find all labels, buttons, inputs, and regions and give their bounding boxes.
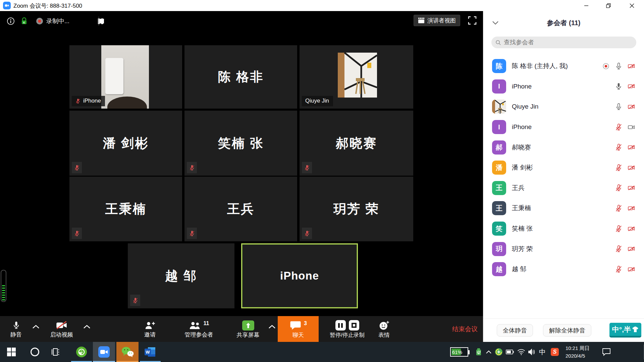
participant-row-yuezou[interactable]: 越 越 邹 <box>483 259 644 280</box>
ime-language-tray-indicator[interactable]: 中 <box>537 342 547 362</box>
zoom-camera-icon <box>3 2 11 9</box>
mic-off-icon[interactable] <box>615 184 623 192</box>
mic-off-icon[interactable] <box>615 225 623 233</box>
camera-off-icon[interactable] <box>628 143 635 151</box>
camera-off-icon[interactable] <box>628 245 635 253</box>
search-participants-box[interactable] <box>491 37 636 48</box>
camera-off-icon[interactable] <box>628 103 635 111</box>
pause-recording-icon[interactable] <box>335 320 346 330</box>
mute-all-button[interactable]: 全体静音 <box>497 324 533 337</box>
recording-indicator-icon <box>602 62 610 70</box>
chat-button[interactable]: 3 聊天 <box>278 316 319 342</box>
mic-off-icon[interactable] <box>615 143 623 151</box>
camera-off-icon[interactable] <box>628 265 635 273</box>
video-tile-iphone-2-active-speaker[interactable]: iPhone <box>241 243 358 308</box>
participant-row-wangbingnan[interactable]: 王 王秉楠 <box>483 198 644 219</box>
camera-off-icon[interactable] <box>628 225 635 233</box>
mute-options-chevron[interactable] <box>32 324 40 329</box>
meeting-info-button[interactable] <box>7 14 15 28</box>
participant-row-wangbing[interactable]: 王 王兵 <box>483 178 644 198</box>
avatar: 笑 <box>492 222 506 236</box>
stop-recording-icon[interactable] <box>349 320 359 330</box>
mic-off-icon <box>302 162 312 173</box>
participant-row-panjianbin[interactable]: 潘 潘 剑彬 <box>483 158 644 178</box>
tray-overflow-chevron[interactable] <box>484 342 494 362</box>
video-tile-xiaonanzhang[interactable]: 笑楠 张 <box>184 111 297 176</box>
video-options-chevron[interactable] <box>83 324 91 329</box>
camera-off-icon[interactable] <box>628 204 635 212</box>
search-participants-input[interactable] <box>504 39 632 46</box>
mic-off-icon[interactable] <box>615 204 623 212</box>
encryption-lock-icon: E <box>20 14 28 28</box>
cortana-button[interactable] <box>26 342 44 362</box>
taskbar-clock[interactable]: 10:21 周日 2020/4/5 <box>566 344 590 360</box>
video-tile-yuefangrong[interactable]: 玥芳 荣 <box>300 177 413 241</box>
mic-icon[interactable] <box>615 103 623 111</box>
usb-device-tray-icon[interactable] <box>474 342 484 362</box>
close-button[interactable] <box>623 0 641 11</box>
video-tile-wangbingnan[interactable]: 王秉楠 <box>69 177 182 241</box>
mic-off-icon[interactable] <box>615 265 623 273</box>
start-video-button[interactable]: 启动视频 <box>42 316 81 342</box>
mic-off-icon[interactable] <box>615 245 623 253</box>
mic-off-icon[interactable] <box>615 123 623 131</box>
video-tile-panjianbin[interactable]: 潘 剑彬 <box>69 111 182 176</box>
participant-row-iphone-2[interactable]: I iPhone <box>483 117 644 137</box>
minimize-button[interactable] <box>578 0 595 11</box>
search-icon <box>495 40 501 46</box>
mic-off-icon[interactable] <box>615 164 623 172</box>
mic-off-icon <box>187 162 197 173</box>
share-screen-button[interactable]: 共享屏幕 <box>229 316 267 342</box>
camera-on-icon[interactable] <box>628 123 635 131</box>
mic-icon[interactable] <box>615 62 623 70</box>
reactions-button[interactable]: 表情 <box>371 316 397 342</box>
restore-button[interactable] <box>600 0 617 11</box>
taskbar-app-360-browser[interactable] <box>70 342 93 362</box>
camera-off-icon[interactable] <box>628 82 635 90</box>
taskbar-app-wechat-attention[interactable] <box>116 342 139 362</box>
camera-off-icon[interactable] <box>628 184 635 192</box>
ime-status-bar[interactable]: 中°,半 <box>609 323 641 338</box>
video-tile-yuezou[interactable]: 越 邹 <box>128 243 234 308</box>
participant-row-qiuyejin[interactable]: Qiuye Jin <box>483 97 644 117</box>
invite-button[interactable]: 邀请 <box>131 316 168 342</box>
manage-participants-button[interactable]: 11 管理参会者 <box>174 316 224 342</box>
participant-row-iphone-1[interactable]: I iPhone <box>483 76 644 97</box>
video-tile-haoxiaosai[interactable]: 郝晓赛 <box>300 111 413 176</box>
stop-recording-button[interactable] <box>99 14 104 28</box>
participant-row-xiaonanzhang[interactable]: 笑 笑楠 张 <box>483 219 644 239</box>
start-button[interactable] <box>3 342 20 362</box>
participant-video-feed <box>338 53 377 98</box>
fullscreen-button[interactable] <box>468 16 477 25</box>
mic-active-icon[interactable] <box>615 82 623 90</box>
taskbar-app-zoom-active[interactable] <box>93 342 115 362</box>
taskbar-app-word[interactable]: W <box>139 342 161 362</box>
participant-row-chengefei[interactable]: 陈 陈 格非 (主持人, 我) <box>483 56 644 76</box>
video-tile-iphone-1[interactable]: iPhone <box>69 45 182 109</box>
speaker-view-icon <box>418 17 425 23</box>
camera-off-icon[interactable] <box>628 164 635 172</box>
end-meeting-button[interactable]: 结束会议 <box>452 316 478 342</box>
participant-row-yuefangrong[interactable]: 玥 玥芳 荣 <box>483 239 644 259</box>
video-tile-chengefei[interactable]: 陈 格非 <box>184 45 297 109</box>
video-tile-wangbing[interactable]: 王兵 <box>184 177 297 241</box>
mute-button[interactable]: 静音 <box>3 316 30 342</box>
action-center-button[interactable] <box>600 342 613 362</box>
volume-tray-icon[interactable] <box>527 342 537 362</box>
camera-off-icon[interactable] <box>628 62 635 70</box>
share-options-chevron[interactable] <box>268 324 276 329</box>
sogou-input-tray-icon[interactable]: S <box>549 342 560 362</box>
wifi-tray-icon[interactable] <box>516 342 527 362</box>
unmute-all-button[interactable]: 解除全体静音 <box>543 324 591 337</box>
battery-tray-icon[interactable] <box>504 342 515 362</box>
video-tile-qiuyejin[interactable]: Qiuye Jin <box>300 45 413 109</box>
task-view-button[interactable] <box>47 342 64 362</box>
battery-status-indicator[interactable]: 61% <box>450 347 468 357</box>
pause-stop-recording-button[interactable]: 暂停/停止录制 <box>320 316 374 342</box>
speaker-view-button[interactable]: 演讲者视图 <box>414 15 460 26</box>
tile-name-label: iPhone <box>72 96 105 106</box>
chat-unread-badge: 3 <box>304 320 307 326</box>
invite-person-icon <box>145 320 156 330</box>
participant-row-haoxiaosai[interactable]: 郝 郝晓赛 <box>483 137 644 158</box>
360-safety-tray-icon[interactable] <box>494 342 504 362</box>
